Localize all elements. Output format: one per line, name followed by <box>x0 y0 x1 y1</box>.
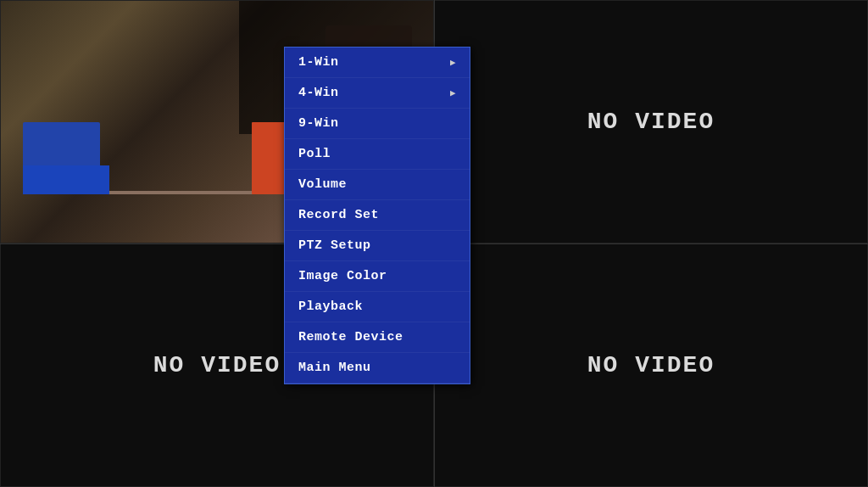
menu-item-arrow-1-win: ▶ <box>450 57 456 68</box>
menu-item-label-1-win: 1-Win <box>298 55 339 70</box>
menu-item-label-poll: Poll <box>298 147 331 161</box>
camera-item-blue-2 <box>23 165 109 194</box>
menu-item-label-volume: Volume <box>298 177 347 192</box>
menu-item-label-4-win: 4-Win <box>298 86 339 100</box>
menu-item-label-playback: Playback <box>298 299 363 314</box>
menu-item-label-record-set: Record Set <box>298 208 379 222</box>
menu-item-image-color[interactable]: Image Color <box>285 261 470 292</box>
menu-item-label-image-color: Image Color <box>298 269 387 283</box>
no-video-label-bottom-right: NO VIDEO <box>587 352 715 378</box>
no-video-label-top-right: NO VIDEO <box>587 109 715 135</box>
video-cell-bottom-right: NO VIDEO <box>434 244 868 487</box>
menu-item-poll[interactable]: Poll <box>285 139 470 170</box>
menu-item-4-win[interactable]: 4-Win▶ <box>285 78 470 109</box>
menu-item-main-menu[interactable]: Main Menu <box>285 353 470 383</box>
video-cell-top-right: NO VIDEO <box>434 0 868 244</box>
menu-item-label-9-win: 9-Win <box>298 116 339 131</box>
menu-item-label-ptz-setup: PTZ Setup <box>298 238 371 253</box>
menu-item-9-win[interactable]: 9-Win <box>285 109 470 139</box>
menu-item-ptz-setup[interactable]: PTZ Setup <box>285 231 470 261</box>
menu-item-volume[interactable]: Volume <box>285 170 470 200</box>
menu-item-remote-device[interactable]: Remote Device <box>285 322 470 353</box>
context-menu: 1-Win▶4-Win▶9-WinPollVolumeRecord SetPTZ… <box>284 47 470 384</box>
video-grid: NO VIDEO NO VIDEO NO VIDEO 1-Win▶4-Win▶9… <box>0 0 868 487</box>
menu-item-record-set[interactable]: Record Set <box>285 200 470 231</box>
menu-items-list: 1-Win▶4-Win▶9-WinPollVolumeRecord SetPTZ… <box>285 48 470 383</box>
menu-item-arrow-4-win: ▶ <box>450 87 456 98</box>
menu-item-label-remote-device: Remote Device <box>298 330 403 344</box>
menu-item-playback[interactable]: Playback <box>285 292 470 322</box>
menu-item-label-main-menu: Main Menu <box>298 361 371 375</box>
menu-item-1-win[interactable]: 1-Win▶ <box>285 48 470 78</box>
no-video-label-bottom-left: NO VIDEO <box>153 352 281 378</box>
